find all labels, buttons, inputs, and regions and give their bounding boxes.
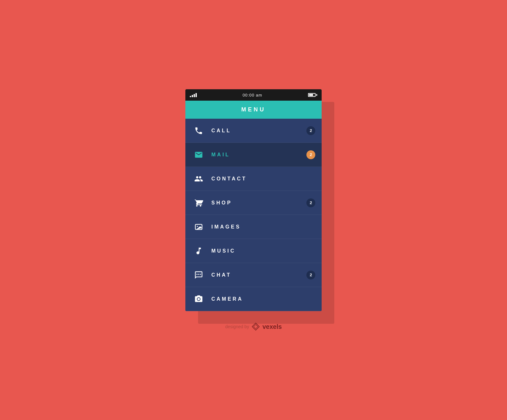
signal-bar-4 — [196, 93, 197, 97]
status-time: 00:00 am — [242, 93, 262, 97]
cart-icon — [192, 196, 206, 210]
designed-by-text: designed by — [225, 324, 249, 329]
contact-icon — [192, 172, 206, 186]
badge-mail: 2 — [306, 150, 315, 159]
menu-item-mail[interactable]: MAIL2 — [185, 143, 322, 167]
battery-icon — [308, 93, 317, 97]
signal-area — [190, 93, 197, 97]
menu-item-music[interactable]: MUSIC — [185, 239, 322, 263]
menu-label-mail: MAIL — [211, 152, 306, 158]
music-icon — [192, 244, 206, 258]
menu-title: MENU — [241, 106, 266, 113]
svg-point-4 — [200, 273, 201, 275]
battery-tip — [316, 94, 317, 96]
battery-body — [308, 93, 316, 97]
signal-bar-3 — [194, 94, 195, 97]
menu-header: MENU — [185, 101, 322, 119]
vexels-logo-icon — [252, 323, 260, 331]
menu-item-camera[interactable]: CAMERA — [185, 287, 322, 311]
image-icon — [192, 220, 206, 234]
vexels-brand-text: vexels — [262, 323, 282, 330]
menu-item-images[interactable]: IMAGES — [185, 215, 322, 239]
menu-label-call: CALL — [211, 128, 306, 134]
menu-label-camera: CAMERA — [211, 296, 315, 302]
svg-point-3 — [196, 273, 198, 275]
battery-fill — [309, 94, 313, 96]
signal-bars-icon — [190, 93, 197, 97]
menu-label-chat: CHAT — [211, 272, 306, 278]
menu-label-images: IMAGES — [211, 224, 315, 230]
phone-icon — [192, 124, 206, 138]
signal-bar-2 — [192, 95, 193, 97]
status-bar: 00:00 am — [185, 89, 322, 101]
badge-chat: 2 — [306, 271, 315, 279]
menu-item-chat[interactable]: CHAT2 — [185, 263, 322, 287]
svg-point-2 — [198, 273, 199, 275]
menu-label-contact: CONTACT — [211, 176, 315, 182]
badge-call: 2 — [306, 126, 315, 135]
signal-bar-1 — [190, 96, 191, 97]
chat-icon — [192, 268, 206, 282]
menu-item-shop[interactable]: SHOP2 — [185, 191, 322, 215]
svg-point-1 — [197, 226, 198, 227]
footer: designed by vexels — [225, 323, 282, 331]
phone-frame: 00:00 am MENU CALL2MAIL2CONTACTSHOP2IMAG… — [185, 89, 322, 311]
menu-label-music: MUSIC — [211, 248, 315, 254]
menu-label-shop: SHOP — [211, 200, 306, 206]
menu-list: CALL2MAIL2CONTACTSHOP2IMAGESMUSICCHAT2CA… — [185, 119, 322, 311]
menu-item-contact[interactable]: CONTACT — [185, 167, 322, 191]
menu-item-call[interactable]: CALL2 — [185, 119, 322, 143]
badge-shop: 2 — [306, 198, 315, 207]
mail-icon — [192, 148, 206, 162]
camera-icon — [192, 292, 206, 306]
